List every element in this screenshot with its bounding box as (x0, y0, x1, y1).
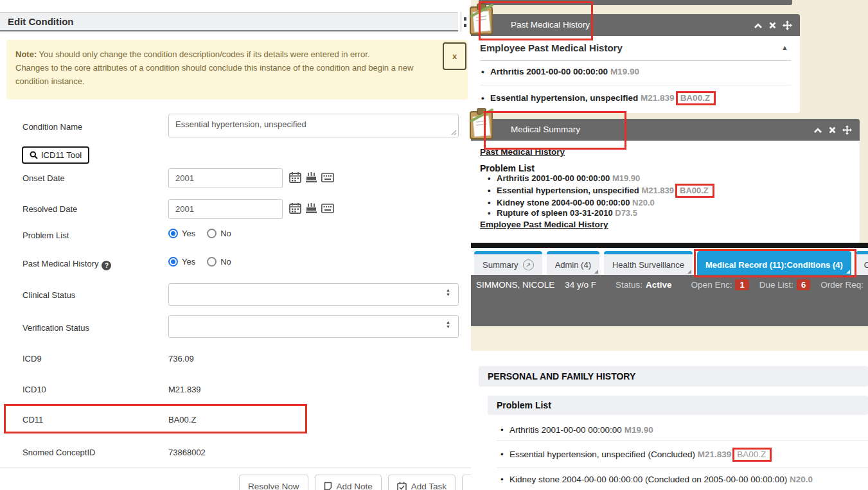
problem-list-radios: Yes No (168, 229, 231, 238)
patient-name: SIMMONS, NICOLE (476, 280, 554, 290)
resolve-now-button[interactable]: Resolve Now (239, 475, 308, 490)
status-value: Active (646, 280, 672, 290)
condition-name-label: Condition Name (22, 122, 82, 132)
icd10-code: M19.90 (610, 67, 639, 76)
move-icon[interactable] (783, 21, 792, 30)
icd10-code: M19.90 (612, 173, 640, 183)
select-arrows-icon: ▲▼ (446, 320, 450, 329)
icd9-value: 736.09 (168, 354, 194, 363)
problem-list-no-radio[interactable] (207, 229, 217, 238)
problem-list-no-label: No (220, 229, 231, 238)
textarea-resize-handle[interactable] (451, 130, 457, 136)
add-note-button[interactable]: Add Note (315, 475, 382, 490)
item-text: Kidney stone 2004-00-00 00:00:00 (Conclu… (509, 475, 787, 484)
bullet-icon: • (500, 475, 509, 484)
birthday-cake-icon[interactable] (305, 202, 317, 214)
chevron-up-icon[interactable] (754, 22, 763, 29)
employee-pmh-link[interactable]: Employee Past Medical History (480, 220, 608, 229)
condition-name-input[interactable]: Essential hypertension, unspecified (168, 114, 459, 137)
chevron-up-icon[interactable] (813, 127, 822, 134)
close-icon[interactable] (829, 127, 836, 134)
calendar-icon[interactable] (289, 202, 301, 214)
help-question-icon[interactable]: ? (102, 261, 111, 270)
tab-label: Health Surveillance (612, 260, 684, 270)
pmh-yes-radio[interactable] (168, 257, 178, 267)
list-item[interactable]: •Rupture of spleen 03-31-2010 D73.5 (480, 208, 851, 218)
bullet-icon: • (488, 173, 497, 184)
icd10-code: D73.5 (615, 208, 637, 218)
bullet-icon: • (500, 425, 509, 435)
keyboard-icon[interactable] (321, 204, 334, 213)
page-title: Edit Condition (0, 13, 458, 31)
add-task-label: Add Task (411, 482, 447, 490)
item-text: Arthritis 2001-00-00 00:00:00 (509, 425, 622, 435)
item-text: Essential hypertension, unspecified (Con… (509, 450, 695, 459)
list-item[interactable]: •Kidney stone 2004-00-00 00:00:00 N20.0 (480, 198, 851, 208)
verification-status-select[interactable]: ▲▼ (168, 315, 459, 338)
add-note-label: Add Note (337, 482, 373, 490)
close-icon[interactable] (769, 22, 776, 29)
due-list-label: Due List: (759, 280, 793, 290)
annotation-box-cd11 (4, 404, 307, 433)
medical-summary-title: Medical Summary (471, 119, 860, 141)
snomed-label: Snomed ConceptID (22, 448, 95, 457)
medical-summary-controls (813, 125, 852, 135)
add-task-button[interactable]: Add Task (388, 475, 456, 490)
external-link-icon: ↗ (523, 259, 534, 270)
tab-medical-record-conditions[interactable]: Medical Record (11):Conditions (4) (697, 251, 851, 275)
keyboard-icon[interactable] (321, 173, 334, 182)
problem-list-yes-radio[interactable] (168, 229, 178, 238)
list-item[interactable]: •Essential hypertension, unspecified M21… (480, 184, 851, 198)
pmh-widget-controls (754, 21, 792, 30)
past-medical-history-label: Past Medical History? (22, 259, 111, 270)
past-medical-history-radios: Yes No (168, 257, 231, 267)
item-text: Arthritis 2001-00-00 00:00:00 (490, 67, 608, 76)
note-icon (324, 482, 332, 490)
problem-list-heading: Problem List (480, 163, 851, 173)
note-close-button[interactable]: x (443, 42, 466, 70)
due-list-badge[interactable]: 6 (797, 279, 810, 290)
tab-summary[interactable]: Summary ↗ (474, 251, 542, 275)
verification-status-label: Verification Status (22, 323, 89, 333)
tab-label: On Scre (864, 260, 868, 270)
birthday-cake-icon[interactable] (305, 171, 317, 183)
list-item[interactable]: •Arthritis 2001-00-00 00:00:00 M19.90 (497, 419, 868, 441)
screen: Edit Condition Note: You should only cha… (0, 0, 868, 490)
list-item[interactable]: •Essential hypertension, unspecified M21… (481, 91, 791, 105)
onset-date-icons (289, 171, 334, 183)
collapse-triangle-icon[interactable]: ▲ (781, 44, 788, 51)
list-item[interactable]: •Arthritis 2001-00-00 00:00:00 M19.90 (481, 67, 791, 76)
bullet-icon: • (488, 208, 497, 218)
tab-on-screen[interactable]: On Scre (856, 251, 868, 275)
problem-list: •Arthritis 2001-00-00 00:00:00 M19.90 •E… (497, 419, 868, 490)
tab-health-surveillance[interactable]: Health Surveillance (604, 251, 693, 275)
list-item[interactable]: •Arthritis 2001-00-00 00:00:00 M19.90 (480, 173, 851, 184)
resolved-date-input[interactable] (168, 199, 283, 219)
open-enc-badge[interactable]: 1 (735, 279, 748, 290)
tab-admin[interactable]: Admin (4) (547, 251, 599, 275)
clinical-status-select[interactable]: ▲▼ (168, 283, 459, 306)
patient-age-sex: 34 y/o F (565, 280, 596, 290)
item-text: Arthritis 2001-00-00 00:00:00 (497, 173, 610, 183)
open-enc-label: Open Enc: (691, 280, 732, 290)
icd9-label: ICD9 (22, 354, 42, 363)
pmh-widget-header[interactable]: Past Medical History (471, 14, 800, 36)
status-label: Status: (616, 280, 642, 290)
tab-bar: Summary ↗ Admin (4) Health Surveillance … (471, 248, 868, 275)
calendar-icon[interactable] (289, 171, 301, 183)
icd11-tool-button[interactable]: ICD11 Tool (22, 146, 89, 164)
icd11-value: BA00.Z (168, 415, 196, 424)
past-medical-history-link[interactable]: Past Medical History (480, 147, 565, 157)
medical-summary-header[interactable]: Medical Summary (471, 119, 860, 141)
list-item[interactable]: •Essential hypertension, unspecified (Co… (497, 441, 868, 468)
move-icon[interactable] (842, 125, 852, 135)
divider (480, 85, 791, 85)
bullet-icon: • (500, 450, 509, 459)
warning-note: Note: You should only change the conditi… (6, 40, 468, 100)
pmh-no-radio[interactable] (207, 257, 217, 267)
list-item[interactable]: •Kidney stone 2004-00-00 00:00:00 (Concl… (497, 468, 868, 490)
section-background-band (471, 326, 868, 351)
onset-date-input[interactable] (168, 168, 283, 188)
bullet-icon: • (488, 198, 497, 208)
clinical-status-label: Clinical Status (22, 290, 75, 300)
